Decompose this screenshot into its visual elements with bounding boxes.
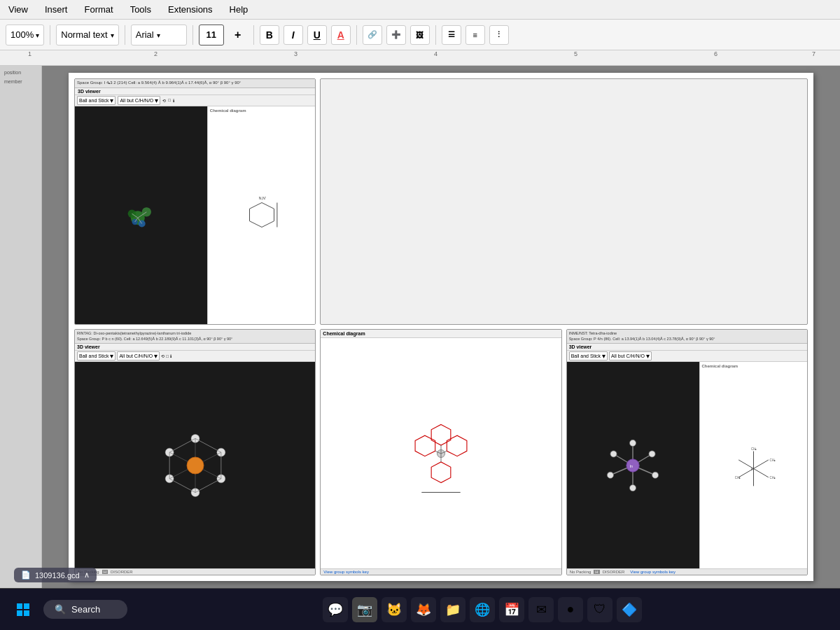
taskbar-app-calendar[interactable]: 📅: [499, 597, 524, 622]
svg-rect-71: [17, 603, 22, 609]
3d-view-br[interactable]: In: [567, 362, 699, 568]
svg-point-54: [652, 472, 659, 478]
svg-line-25: [195, 479, 221, 493]
svg-point-55: [629, 484, 636, 491]
separator-5: [356, 25, 357, 45]
filter-dropdown-tl[interactable]: All but C/H/N/O: [118, 96, 160, 105]
svg-line-23: [195, 438, 221, 452]
zoom-control[interactable]: 100%: [6, 24, 44, 46]
ruler-mark-5: 5: [574, 50, 578, 57]
menu-insert[interactable]: Insert: [42, 3, 71, 16]
panel-footer-bl: No Packing H DISORDER: [75, 568, 315, 575]
taskbar-app-security[interactable]: 🛡: [587, 597, 612, 622]
image-button[interactable]: 🖼: [410, 25, 430, 45]
menu-extensions[interactable]: Extensions: [165, 3, 216, 16]
taskbar-app-chrome[interactable]: ●: [558, 597, 583, 622]
panel-footer-bc: View group symbols key: [321, 568, 561, 575]
svg-line-11: [262, 203, 274, 209]
panel-header-top-left: Space Group: I 4₁3 2 (214) Cell: a 9.564…: [75, 79, 315, 88]
svg-line-10: [249, 203, 262, 209]
icon-3d-tl[interactable]: ⟲: [162, 98, 166, 103]
taskbar-app-camera[interactable]: 📷: [352, 597, 377, 622]
style-dropdown-icon: [111, 29, 114, 40]
svg-point-4: [132, 219, 138, 225]
menu-format[interactable]: Format: [81, 3, 115, 16]
taskbar-app-unknown[interactable]: 🔷: [617, 597, 642, 622]
chem-svg-br: In CH₃ CH₃ CH₃ CH₃: [724, 438, 783, 493]
filter-dropdown-br[interactable]: All but C/H/N/O: [609, 351, 652, 360]
icon-box-tl[interactable]: □: [168, 98, 171, 102]
font-dropdown-icon: [157, 29, 160, 40]
icon-rotate-bl[interactable]: ⟲: [161, 354, 164, 358]
zoom-label: 100%: [10, 29, 34, 40]
taskbar-apps: 💬 📷 🐱 🦊 📁 🌐 📅 ✉ ● 🛡 🔷: [323, 597, 642, 622]
filter-icon-tl: [155, 97, 158, 104]
search-bar[interactable]: 🔍 Search: [43, 600, 127, 619]
separator-6: [435, 25, 436, 45]
style-dropdown[interactable]: Normal text: [56, 24, 118, 46]
sidebar-member: member: [1, 78, 40, 85]
more-button[interactable]: ⋮: [489, 25, 509, 45]
svg-text:CH₃: CH₃: [735, 475, 741, 479]
view-dropdown-icon-tl: [110, 97, 113, 104]
filter-dropdown-bl[interactable]: All but C/H/N/O: [117, 351, 160, 360]
italic-button[interactable]: I: [284, 25, 303, 45]
svg-marker-38: [415, 435, 435, 456]
file-expand-icon[interactable]: ∧: [84, 570, 90, 580]
taskbar-app-folder[interactable]: 📁: [440, 597, 465, 622]
taskbar-app-mail[interactable]: ✉: [528, 597, 554, 622]
view-type-dropdown-tl[interactable]: Ball and Stick: [77, 96, 115, 105]
align-button[interactable]: ☰: [442, 25, 461, 45]
icon-info-bl[interactable]: ℹ: [170, 354, 172, 358]
menu-tools[interactable]: Tools: [127, 3, 154, 16]
taskbar-app-cat[interactable]: 🐱: [382, 597, 407, 622]
menu-view[interactable]: View: [6, 3, 31, 16]
svg-text:In: In: [751, 468, 754, 471]
view-symbols-br[interactable]: View group symbols key: [630, 570, 676, 574]
svg-rect-73: [17, 610, 22, 616]
svg-line-14: [249, 221, 262, 227]
icon-box-bl[interactable]: □: [166, 354, 169, 358]
underline-button[interactable]: U: [307, 25, 327, 45]
view-type-dropdown-bl[interactable]: Ball and Stick: [77, 351, 115, 360]
chem-diagram-br: Chemical diagram: [699, 362, 808, 568]
taskbar-app-edge[interactable]: 🌐: [470, 597, 495, 622]
svg-line-26: [169, 479, 195, 493]
view-symbols-bc[interactable]: View group symbols key: [323, 570, 369, 574]
bold-button[interactable]: B: [260, 25, 279, 45]
3d-view-tl[interactable]: [75, 106, 207, 324]
taskbar-app-fox[interactable]: 🦊: [411, 597, 436, 622]
comment-button[interactable]: ➕: [386, 25, 406, 45]
molecule-svg-tl: [99, 180, 183, 250]
3d-view-bl[interactable]: [75, 362, 315, 568]
font-size-plus[interactable]: +: [228, 25, 248, 45]
ruler-mark-2: 2: [154, 50, 158, 57]
font-dropdown[interactable]: Arial: [131, 24, 187, 46]
windows-icon: [16, 603, 30, 617]
h-label-br: H: [594, 570, 599, 574]
windows-start-button[interactable]: [8, 595, 38, 624]
link-button[interactable]: 🔗: [363, 25, 382, 45]
svg-text:CH₃: CH₃: [769, 475, 775, 479]
zoom-dropdown-icon: [36, 29, 39, 40]
crystal-panel-bottom-left: RINTAG: Di-oxo-pentakis(tetramethylpyraz…: [74, 329, 316, 575]
separator-2: [125, 25, 125, 45]
svg-point-35: [187, 457, 204, 474]
svg-point-1: [142, 208, 151, 217]
file-item[interactable]: 📄 1309136.gcd ∧: [14, 568, 97, 582]
svg-marker-40: [431, 462, 451, 483]
svg-text:CH₃: CH₃: [751, 447, 757, 450]
crystal-panel-top-left: Space Group: I 4₁3 2 (214) Cell: a 9.564…: [74, 78, 316, 325]
strikethrough-button[interactable]: A: [331, 25, 351, 45]
svg-line-15: [262, 221, 274, 227]
svg-line-28: [169, 438, 195, 452]
list-button[interactable]: ≡: [465, 25, 485, 45]
font-label: Arial: [136, 29, 154, 40]
taskbar-app-chat[interactable]: 💬: [323, 597, 348, 622]
icon-info-tl[interactable]: ℹ: [173, 98, 174, 103]
menu-help[interactable]: Help: [227, 3, 251, 16]
svg-point-53: [649, 451, 655, 457]
view-dropdown-br[interactable]: Ball and Stick: [569, 351, 608, 360]
ruler-mark-3: 3: [294, 50, 298, 57]
file-name: 1309136.gcd: [35, 571, 80, 580]
